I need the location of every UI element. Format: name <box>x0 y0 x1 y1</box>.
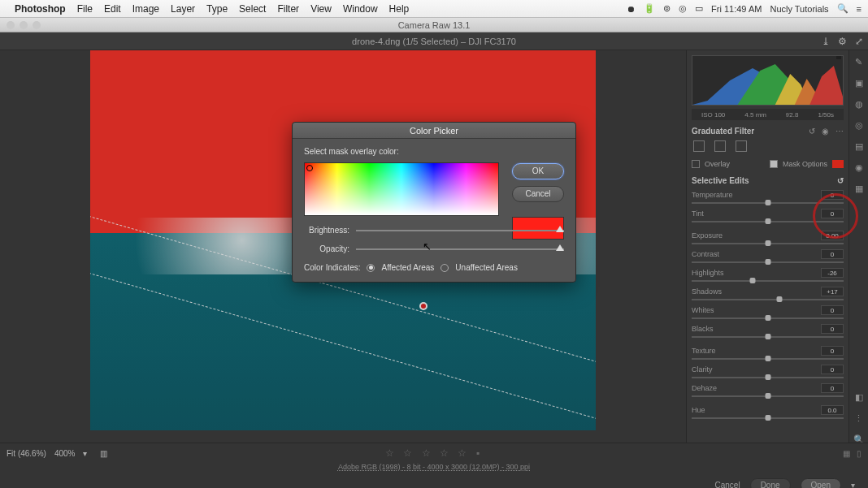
zoom-level[interactable]: 400% <box>54 449 76 458</box>
spotlight-icon[interactable]: 🔍 <box>837 3 848 14</box>
fullscreen-icon[interactable]: ⤢ <box>855 36 863 47</box>
slider-track[interactable] <box>692 280 844 282</box>
filmstrip-toggle-icon[interactable]: ▥ <box>100 449 107 458</box>
slider-track[interactable] <box>692 317 844 319</box>
sliders: Temperature0 Tint0 Exposure0.00 Contrast… <box>692 190 844 419</box>
slider-track[interactable] <box>692 358 844 360</box>
more-tool-icon[interactable]: ⋮ <box>853 413 865 425</box>
reset-icon[interactable]: ↺ <box>809 127 815 136</box>
battery-icon: 🔋 <box>644 3 655 14</box>
single-view-icon[interactable]: ▯ <box>857 449 861 458</box>
color-field[interactable] <box>304 162 499 216</box>
mask-color-swatch[interactable] <box>832 160 844 168</box>
tool-strip: ✎ ▣ ◍ ◎ ▤ ◉ ▦ ◧ ⋮ 🔍 ✋ ▦ <box>848 50 868 488</box>
clock: Fri 11:49 AM <box>711 4 762 14</box>
slider-track[interactable] <box>692 299 844 300</box>
eye-tool-icon[interactable]: ◎ <box>853 120 865 132</box>
traffic-max[interactable] <box>33 21 41 29</box>
grid-view-icon[interactable]: ▦ <box>843 449 850 458</box>
crop-icon[interactable]: ▣ <box>853 78 865 89</box>
brightness-slider[interactable] <box>356 230 564 231</box>
histogram[interactable] <box>692 55 844 106</box>
rating-stars[interactable]: ☆ ☆ ☆ ☆ ☆ ▪ <box>385 447 483 459</box>
slider-track[interactable] <box>692 243 844 244</box>
overlay-checkbox[interactable] <box>692 160 700 168</box>
slider-value[interactable]: 0 <box>821 383 844 393</box>
slider-label: Texture <box>692 347 716 355</box>
mask-icon[interactable]: ▤ <box>853 141 865 153</box>
modal-cancel-button[interactable]: Cancel <box>512 186 564 202</box>
eye-icon[interactable]: ◉ <box>822 127 829 136</box>
maskoptions-checkbox[interactable] <box>770 160 778 168</box>
slider-track[interactable] <box>692 202 844 204</box>
erase-tool[interactable] <box>736 140 747 152</box>
app-name[interactable]: Photoshop <box>15 3 66 15</box>
menu-icon[interactable]: ≡ <box>857 4 861 14</box>
slider-track[interactable] <box>692 221 844 222</box>
zoom-dropdown-icon[interactable]: ▾ <box>83 449 87 458</box>
slider-track[interactable] <box>692 336 844 338</box>
slider-value[interactable]: 0 <box>821 365 844 374</box>
traffic-close[interactable] <box>7 21 15 29</box>
slider-track[interactable] <box>692 261 844 263</box>
slider-track[interactable] <box>692 377 844 378</box>
document-header: drone-4.dng (1/5 Selected) – DJI FC3170 … <box>0 32 868 50</box>
gradient-pin[interactable] <box>419 302 427 310</box>
snapshot-icon[interactable]: ▦ <box>853 184 865 195</box>
slider-label: Blacks <box>692 325 714 333</box>
section-reset-icon[interactable]: ↺ <box>837 176 844 185</box>
brightness-label: Brightness: <box>304 226 349 235</box>
done-button[interactable]: Done <box>750 478 791 489</box>
menu-window[interactable]: Window <box>343 3 378 15</box>
menu-select[interactable]: Select <box>239 3 266 15</box>
brush-tool[interactable] <box>714 140 726 152</box>
menu-view[interactable]: View <box>310 3 332 15</box>
menu-filter[interactable]: Filter <box>277 3 299 15</box>
slider-value[interactable]: 0 <box>821 346 844 356</box>
traffic-min[interactable] <box>20 21 28 29</box>
open-dropdown-icon[interactable]: ▾ <box>851 481 855 489</box>
user-name: Nucly Tutorials <box>770 4 828 14</box>
edit-icon[interactable]: ✎ <box>853 57 865 68</box>
unaffected-radio[interactable] <box>441 264 449 272</box>
exif-iso: ISO 100 <box>701 111 725 119</box>
file-info[interactable]: Adobe RGB (1998) - 8 bit - 4000 x 3000 (… <box>0 463 868 476</box>
preset-icon[interactable]: ◧ <box>853 392 865 404</box>
slider-label: Highlights <box>692 269 724 277</box>
menu-help[interactable]: Help <box>389 3 410 15</box>
heal-icon[interactable]: ◍ <box>853 99 865 110</box>
export-icon[interactable]: ⤓ <box>822 36 830 47</box>
redeye-icon[interactable]: ◉ <box>853 162 865 174</box>
rect-gradient-tool[interactable] <box>693 140 705 152</box>
slider-value[interactable]: +17 <box>821 287 844 296</box>
menu-image[interactable]: Image <box>132 3 159 15</box>
slider-track[interactable] <box>692 395 844 397</box>
more-icon[interactable]: ⋯ <box>835 127 844 136</box>
slider-label: Whites <box>692 306 714 314</box>
slider-value[interactable]: 0.00 <box>821 231 844 240</box>
slider-value[interactable]: 0 <box>821 305 844 315</box>
ok-button[interactable]: OK <box>512 163 564 179</box>
slider-value[interactable]: 0 <box>821 324 844 334</box>
menu-layer[interactable]: Layer <box>171 3 195 15</box>
slider-value[interactable]: 0 <box>821 209 844 218</box>
color-cursor[interactable] <box>306 165 313 171</box>
slider-track[interactable] <box>692 417 844 419</box>
menu-file[interactable]: File <box>77 3 93 15</box>
slider-value[interactable]: 0 <box>821 190 844 200</box>
menu-type[interactable]: Type <box>206 3 228 15</box>
affected-radio[interactable] <box>367 264 375 272</box>
opacity-slider[interactable] <box>356 248 564 250</box>
menu-edit[interactable]: Edit <box>104 3 121 15</box>
open-button[interactable]: Open <box>801 478 841 489</box>
slider-value[interactable]: 0.0 <box>821 405 844 415</box>
status-icon: ⏺ <box>627 4 636 14</box>
overlay-label: Overlay <box>705 160 730 168</box>
opacity-label: Opacity: <box>304 244 349 253</box>
slider-value[interactable]: 0 <box>821 249 844 259</box>
slider-value[interactable]: -26 <box>821 268 844 278</box>
settings-icon[interactable]: ⚙ <box>838 36 847 47</box>
exif-aperture: f/2.8 <box>786 111 799 119</box>
fit-label[interactable]: Fit (46.6%) <box>7 449 46 458</box>
cancel-button[interactable]: Cancel <box>714 481 740 489</box>
